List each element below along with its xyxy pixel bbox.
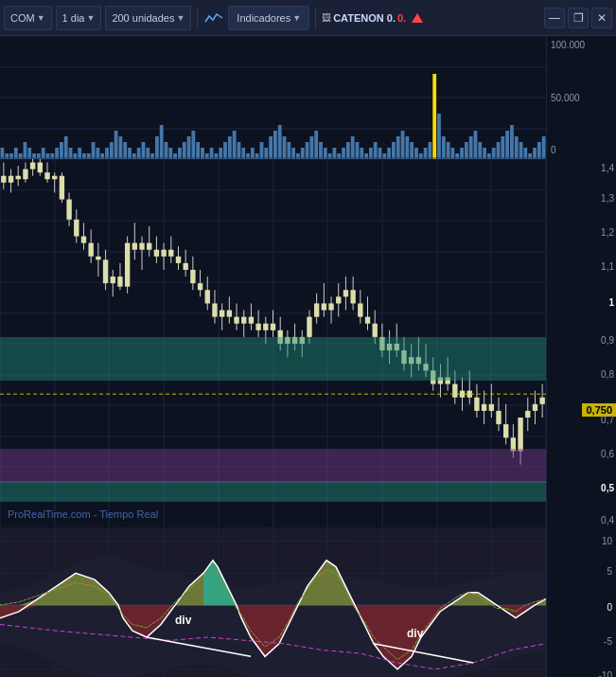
indicator-yaxis: 10 5 0 -5 -10 -15 -20 xyxy=(546,528,616,677)
ticker-icon: 🖼 xyxy=(322,12,331,23)
interval-label: 1 dia xyxy=(62,12,85,24)
teal-band-lower xyxy=(0,481,616,502)
volume-canvas[interactable] xyxy=(0,36,546,159)
price-1-4: 1,4 xyxy=(601,163,614,173)
vol-label-mid: 50.000 xyxy=(551,93,612,103)
chart-line-icon xyxy=(203,10,224,26)
price-1-0: 1 xyxy=(608,297,614,308)
price-chart: 1,4 1,3 1,2 1,1 1 0,9 0,8 0,750 0,7 0,6 … xyxy=(0,159,616,528)
units-label: 200 unidades xyxy=(112,12,174,24)
price-0-6: 0,6 xyxy=(601,449,614,459)
interval-arrow: ▼ xyxy=(86,13,95,23)
indicator-chart: 10 5 0 -5 -10 -15 -20 xyxy=(0,528,616,677)
price-0-7: 0,7 xyxy=(601,415,614,425)
price-0-5: 0,5 xyxy=(601,483,614,493)
restore-button[interactable]: ❐ xyxy=(568,8,589,28)
close-button[interactable]: ✕ xyxy=(591,8,612,28)
price-arrow-icon xyxy=(409,9,426,27)
ind-neg10: -10 xyxy=(599,670,612,677)
price-0-8: 0,8 xyxy=(601,369,614,380)
price-0-9: 0,9 xyxy=(601,335,614,346)
price-yaxis: 1,4 1,3 1,2 1,1 1 0,9 0,8 0,750 0,7 0,6 … xyxy=(546,159,616,528)
price-0-4: 0,4 xyxy=(601,515,614,526)
volume-chart: 100.000 50.000 0 xyxy=(0,36,616,159)
ind-5: 5 xyxy=(607,566,612,577)
symbol-selector[interactable]: COM ▼ xyxy=(4,6,52,30)
ticker-price: 0. xyxy=(397,12,406,24)
symbol-arrow: ▼ xyxy=(37,13,45,23)
price-1-1: 1,1 xyxy=(601,261,614,272)
symbol-label: COM xyxy=(10,12,35,24)
purple-band xyxy=(0,449,616,483)
price-1-2: 1,2 xyxy=(601,227,614,238)
separator-2 xyxy=(315,7,316,29)
price-1-3: 1,3 xyxy=(601,193,614,204)
ticker-label: CATENON 0. xyxy=(333,12,396,24)
interval-selector[interactable]: 1 dia ▼ xyxy=(56,6,102,30)
volume-yaxis: 100.000 50.000 0 xyxy=(546,36,616,159)
vol-label-zero: 0 xyxy=(551,145,612,155)
separator-1 xyxy=(197,7,198,29)
indicators-label: Indicadores xyxy=(237,12,290,24)
vol-label-high: 100.000 xyxy=(551,40,612,50)
ind-neg5: -5 xyxy=(604,636,612,647)
indicators-button[interactable]: Indicadores ▼ xyxy=(228,6,309,30)
window-controls: — ❐ ✕ xyxy=(544,8,612,28)
ind-0: 0 xyxy=(607,602,612,613)
ind-10: 10 xyxy=(602,536,612,546)
indicators-arrow: ▼ xyxy=(292,13,301,23)
svg-marker-0 xyxy=(412,13,423,23)
toolbar: COM ▼ 1 dia ▼ 200 unidades ▼ Indicadores… xyxy=(0,0,616,36)
minimize-button[interactable]: — xyxy=(544,8,565,28)
units-selector[interactable]: 200 unidades ▼ xyxy=(105,6,191,30)
units-arrow: ▼ xyxy=(176,13,185,23)
indicator-canvas[interactable] xyxy=(0,528,546,677)
teal-band-upper xyxy=(0,337,616,381)
